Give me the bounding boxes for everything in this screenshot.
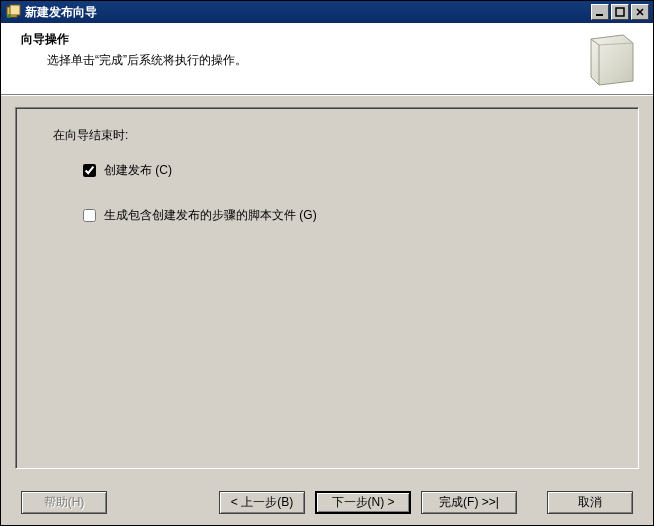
window-controls	[591, 4, 649, 20]
svg-rect-4	[616, 8, 624, 16]
generate-script-label[interactable]: 生成包含创建发布的步骤的脚本文件 (G)	[104, 207, 317, 224]
intro-label: 在向导结束时:	[53, 127, 637, 144]
create-publication-checkbox[interactable]	[83, 164, 96, 177]
svg-point-2	[7, 14, 11, 18]
minimize-button[interactable]	[591, 4, 609, 20]
svg-rect-3	[596, 14, 603, 16]
window-title: 新建发布向导	[25, 4, 591, 21]
header-title: 向导操作	[21, 31, 637, 48]
header-graphic-icon	[583, 31, 639, 87]
close-button[interactable]	[631, 4, 649, 20]
app-icon	[5, 4, 21, 20]
svg-rect-1	[10, 5, 20, 15]
wizard-header: 向导操作 选择单击“完成”后系统将执行的操作。	[1, 23, 653, 95]
wizard-window: 新建发布向导 向导操作 选择单击“完成”后系统将执行的操作。	[0, 0, 654, 526]
titlebar: 新建发布向导	[1, 1, 653, 23]
content-panel: 在向导结束时: 创建发布 (C) 生成包含创建发布的步骤的脚本文件 (G)	[15, 107, 639, 469]
button-bar: 帮助(H) < 上一步(B) 下一步(N) > 完成(F) >>| 取消	[1, 479, 653, 525]
generate-script-checkbox[interactable]	[83, 209, 96, 222]
back-button[interactable]: < 上一步(B)	[219, 491, 305, 514]
maximize-button[interactable]	[611, 4, 629, 20]
finish-button[interactable]: 完成(F) >>|	[421, 491, 517, 514]
help-button[interactable]: 帮助(H)	[21, 491, 107, 514]
header-subtitle: 选择单击“完成”后系统将执行的操作。	[47, 52, 637, 69]
create-publication-label[interactable]: 创建发布 (C)	[104, 162, 172, 179]
cancel-button[interactable]: 取消	[547, 491, 633, 514]
next-button[interactable]: 下一步(N) >	[315, 491, 411, 514]
